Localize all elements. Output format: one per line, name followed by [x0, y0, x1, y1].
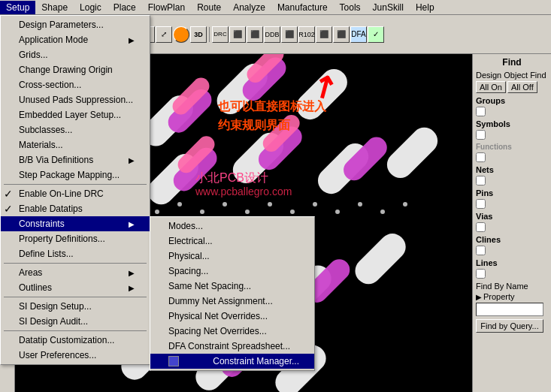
toolbar-ddb[interactable]: DDB: [264, 26, 280, 43]
menu-enable-datatips[interactable]: ✓ Enable Datatips: [1, 201, 150, 216]
setup-dropdown-menu: Design Parameters... Application Mode ▶ …: [0, 15, 150, 365]
svg-point-54: [358, 202, 362, 207]
svg-point-50: [268, 202, 272, 207]
toolbar-btn-13[interactable]: ⬛: [316, 26, 332, 43]
toolbar-btn-9[interactable]: ⬛: [229, 26, 246, 43]
menu-si-design-audit[interactable]: SI Design Audit...: [1, 314, 150, 329]
menu-analyze[interactable]: Analyze: [227, 1, 271, 14]
menu-separator-1: [4, 184, 147, 185]
menu-subclasses[interactable]: Subclasses...: [1, 122, 150, 137]
svg-point-53: [335, 210, 340, 214]
menu-step-package[interactable]: Step Package Mapping...: [1, 167, 150, 182]
all-off-button[interactable]: All Off: [507, 81, 537, 93]
menu-help[interactable]: Help: [410, 1, 440, 14]
menu-route[interactable]: Route: [191, 1, 227, 14]
all-on-off-row: All On All Off: [476, 81, 548, 93]
menu-embedded-layer[interactable]: Embedded Layer Setup...: [1, 107, 150, 122]
menu-grids[interactable]: Grids...: [1, 47, 150, 62]
menu-manufacture[interactable]: Manufacture: [271, 1, 334, 14]
all-on-button[interactable]: All On: [476, 81, 506, 93]
nets-checkbox[interactable]: [476, 176, 486, 185]
find-by-name-label: Find By Name: [476, 282, 548, 291]
menu-define-lists[interactable]: Define Lists...: [1, 246, 150, 261]
svg-point-45: [155, 210, 159, 214]
menu-separator-4: [4, 330, 147, 331]
pins-checkbox-row: [476, 199, 548, 209]
submenu-constraint-manager[interactable]: Constraint Manager...: [150, 354, 314, 369]
design-object-find-label: Design Object Find: [476, 71, 548, 80]
menu-shape[interactable]: Shape: [35, 1, 74, 14]
svg-point-55: [380, 210, 385, 214]
toolbar-btn-3d[interactable]: 3D: [190, 26, 207, 43]
clines-label: Clines: [476, 235, 548, 244]
submenu-spacing-net-overrides[interactable]: Spacing Net Overrides...: [150, 324, 314, 339]
menu-tools[interactable]: Tools: [334, 1, 367, 14]
svg-point-48: [223, 202, 227, 207]
menu-materials[interactable]: Materials...: [1, 137, 150, 152]
toolbar-btn-16[interactable]: ✓: [368, 26, 384, 43]
menu-bb-via[interactable]: B/B Via Definitions ▶: [1, 152, 150, 167]
submenu-dummy-net[interactable]: Dummy Net Assignment...: [150, 294, 314, 309]
svg-point-47: [200, 210, 204, 214]
svg-point-46: [177, 202, 182, 207]
toolbar-btn-14[interactable]: ⬛: [333, 26, 350, 43]
find-title: Find: [476, 57, 548, 68]
svg-point-49: [245, 210, 250, 214]
menu-property-definitions[interactable]: Property Definitions...: [1, 231, 150, 246]
menu-areas[interactable]: Areas ▶: [1, 265, 150, 280]
functions-checkbox[interactable]: [476, 152, 486, 162]
groups-checkbox[interactable]: [476, 107, 486, 116]
toolbar-btn-10[interactable]: ⬛: [247, 26, 263, 43]
find-type-row: ▶ Property: [476, 292, 548, 301]
menu-datatip-customization[interactable]: Datatip Customization...: [1, 333, 150, 348]
menu-junskill[interactable]: JunSkill: [367, 1, 410, 14]
submenu-spacing[interactable]: Spacing...: [150, 264, 314, 279]
menu-user-preferences[interactable]: User Preferences...: [1, 348, 150, 363]
toolbar-btn-12[interactable]: R102: [298, 26, 315, 43]
menu-unused-pads[interactable]: Unused Pads Suppression...: [1, 92, 150, 107]
functions-label: Functions: [476, 143, 548, 151]
menubar: Setup Shape Logic Place FlowPlan Route A…: [0, 0, 551, 15]
overlay-text4: www.pcballegro.com: [195, 185, 292, 198]
pins-checkbox[interactable]: [476, 199, 486, 209]
toolbar-btn-7[interactable]: [173, 26, 189, 43]
submenu-electrical[interactable]: Electrical...: [150, 234, 314, 249]
submenu-physical[interactable]: Physical...: [150, 249, 314, 264]
menu-place[interactable]: Place: [107, 1, 142, 14]
find-by-query-button[interactable]: Find by Query...: [476, 319, 543, 333]
menu-design-params[interactable]: Design Parameters...: [1, 17, 150, 32]
property-label: Property: [483, 292, 515, 301]
menu-logic[interactable]: Logic: [74, 1, 107, 14]
clines-checkbox[interactable]: [476, 246, 486, 255]
lines-checkbox[interactable]: [476, 269, 486, 279]
overlay-text1: 也可以直接图标进入: [218, 99, 326, 115]
menu-cross-section[interactable]: Cross-section...: [1, 77, 150, 92]
submenu-physical-net-overrides[interactable]: Physical Net Overrides...: [150, 309, 314, 324]
menu-flowplan[interactable]: FlowPlan: [142, 1, 191, 14]
menu-outlines[interactable]: Outlines ▶: [1, 280, 150, 295]
toolbar-drc[interactable]: DRC: [212, 26, 229, 43]
toolbar-btn-11[interactable]: ⬛: [281, 26, 298, 43]
menu-application-mode[interactable]: Application Mode ▶: [1, 32, 150, 47]
constraint-manager-icon: [168, 356, 179, 366]
submenu-dfa-spreadsheet[interactable]: DFA Constraint Spreadsheet...: [150, 339, 314, 354]
submenu-modes[interactable]: Modes...: [150, 219, 314, 234]
vias-checkbox-row: [476, 222, 548, 232]
constraints-submenu: Modes... Electrical... Physical... Spaci…: [150, 216, 315, 371]
menu-change-drawing-origin[interactable]: Change Drawing Origin: [1, 62, 150, 77]
symbols-label: Symbols: [476, 119, 548, 128]
overlay-text3: 小北PCB设计: [195, 170, 268, 186]
submenu-same-net-spacing[interactable]: Same Net Spacing...: [150, 279, 314, 294]
groups-label: Groups: [476, 96, 548, 105]
menu-setup[interactable]: Setup: [0, 1, 35, 14]
find-name-input[interactable]: [476, 303, 543, 316]
menu-constraints-container: Constraints ▶ Modes... Electrical... Phy…: [1, 216, 150, 231]
menu-si-design-setup[interactable]: SI Design Setup...: [1, 299, 150, 314]
toolbar-btn-6[interactable]: ⤢: [156, 26, 172, 43]
menu-constraints[interactable]: Constraints ▶: [1, 216, 150, 231]
menu-enable-drc[interactable]: ✓ Enable On-Line DRC: [1, 186, 150, 201]
toolbar-btn-15[interactable]: DFA: [350, 26, 367, 43]
vias-checkbox[interactable]: [476, 222, 486, 232]
symbols-checkbox[interactable]: [476, 130, 486, 140]
groups-checkbox-row: [476, 107, 548, 116]
